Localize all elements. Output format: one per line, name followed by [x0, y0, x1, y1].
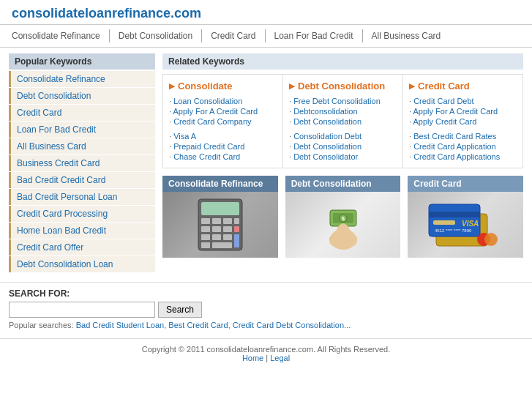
kw-link-1-2[interactable]: Debt Consolidation — [289, 116, 397, 127]
svg-rect-12 — [223, 234, 232, 240]
svg-rect-28 — [429, 212, 480, 217]
keyword-col-consolidate: Consolidate Loan Consolidation Apply For… — [163, 75, 283, 168]
svg-rect-7 — [212, 226, 221, 232]
search-button[interactable]: Search — [158, 302, 202, 318]
footer-links: Home | Legal — [6, 354, 526, 362]
kw-link-1-0[interactable]: Free Debt Consolidation — [289, 96, 397, 106]
svg-rect-10 — [201, 234, 210, 240]
nav-item-credit[interactable]: Credit Card — [202, 29, 265, 42]
svg-rect-2 — [201, 218, 210, 224]
image-card-title-1: Debt Consolidation — [285, 176, 401, 192]
sidebar-item-11[interactable]: Debt Consolidation Loan — [9, 256, 155, 272]
sidebar-item-7[interactable]: Bad Credit Personal Loan — [9, 189, 155, 205]
footer-copyright: Copyright © 2011 consolidateloanrefinanc… — [6, 345, 526, 354]
site-header: consolidateloanrefinance.com — [0, 0, 532, 24]
svg-rect-1 — [201, 202, 239, 215]
content-area: Related Keywords Consolidate Loan Consol… — [162, 53, 523, 273]
money-image: $ — [285, 192, 401, 258]
popular-search-1[interactable]: Best Credit Card — [168, 321, 228, 329]
popular-search-2[interactable]: Credit Card Debt Consolidation... — [233, 321, 351, 329]
nav-item-loan[interactable]: Loan For Bad Credit — [266, 29, 363, 42]
top-nav: Consolidate Refinance Debt Consolidation… — [0, 24, 532, 48]
svg-rect-29 — [433, 220, 455, 225]
kw-link-0-3[interactable]: Visa A — [169, 131, 277, 141]
nav-item-consolidate[interactable]: Consolidate Refinance — [12, 29, 110, 42]
keyword-col-creditcard: Credit Card Credit Card Debt Apply For A… — [403, 75, 522, 168]
kw-link-1-4[interactable]: Debt Consolidation — [289, 141, 397, 152]
popular-search-0[interactable]: Bad Credit Student Loan — [76, 321, 164, 329]
nav-item-debt[interactable]: Debt Consolidation — [110, 29, 202, 42]
svg-rect-15 — [212, 242, 232, 248]
sidebar-item-3[interactable]: Loan For Bad Credit — [9, 122, 155, 138]
svg-rect-8 — [223, 226, 232, 232]
popular-searches: Popular searches: Bad Credit Student Loa… — [9, 321, 523, 329]
related-keywords-title: Related Keywords — [162, 53, 523, 70]
footer: Copyright © 2011 consolidateloanrefinanc… — [0, 338, 532, 368]
svg-rect-6 — [201, 226, 210, 232]
sidebar-item-8[interactable]: Credit Card Processing — [9, 206, 155, 222]
kw-link-1-5[interactable]: Debt Consolidator — [289, 152, 397, 162]
sidebar-item-6[interactable]: Bad Credit Credit Card — [9, 172, 155, 188]
kw-link-0-1[interactable]: Apply For A Credit Card — [169, 106, 277, 116]
image-card-debt[interactable]: Debt Consolidation $ — [285, 176, 401, 258]
svg-rect-9 — [234, 226, 239, 232]
sidebar-item-4[interactable]: All Business Card — [9, 138, 155, 154]
main-content: Popular Keywords Consolidate Refinance D… — [0, 48, 532, 279]
svg-rect-14 — [201, 242, 210, 248]
col-title-credit[interactable]: Credit Card — [409, 81, 517, 92]
image-card-title-0: Consolidate Refinance — [162, 176, 278, 192]
svg-rect-3 — [212, 218, 221, 224]
image-card-consolidate[interactable]: Consolidate Refinance — [162, 176, 278, 258]
kw-link-0-5[interactable]: Chase Credit Card — [169, 152, 277, 162]
kw-link-2-3[interactable]: Best Credit Card Rates — [409, 131, 517, 141]
sidebar-title: Popular Keywords — [9, 53, 155, 70]
svg-rect-5 — [234, 218, 239, 224]
svg-rect-11 — [212, 234, 221, 240]
sidebar-item-2[interactable]: Credit Card — [9, 105, 155, 121]
kw-link-2-5[interactable]: Credit Card Applications — [409, 152, 517, 162]
svg-rect-4 — [223, 218, 232, 224]
sidebar-item-10[interactable]: Credit Card Offer — [9, 239, 155, 256]
sidebar-item-1[interactable]: Debt Consolidation — [9, 88, 155, 104]
keyword-col-debt: Debt Consolidation Free Debt Consolidati… — [283, 75, 403, 168]
creditcard-image: 4512 **** **** 7890 VISA — [408, 192, 523, 258]
kw-link-0-4[interactable]: Prepaid Credit Card — [169, 141, 277, 152]
col-title-debt[interactable]: Debt Consolidation — [289, 81, 397, 92]
footer-link-legal[interactable]: Legal — [270, 354, 290, 362]
svg-point-33 — [484, 233, 498, 246]
sidebar-item-5[interactable]: Business Credit Card — [9, 155, 155, 171]
footer-link-home[interactable]: Home — [242, 354, 263, 362]
svg-text:VISA: VISA — [462, 220, 479, 228]
image-card-credit[interactable]: Credit Card 4512 **** **** 7890 VISA — [408, 176, 523, 258]
sidebar-item-9[interactable]: Home Loan Bad Credit — [9, 223, 155, 239]
kw-link-2-0[interactable]: Credit Card Debt — [409, 96, 517, 106]
site-logo[interactable]: consolidateloanrefinance.com — [12, 6, 201, 20]
kw-link-2-1[interactable]: Apply For A Credit Card — [409, 106, 517, 116]
kw-link-0-2[interactable]: Credit Card Company — [169, 116, 277, 127]
sidebar-item-0[interactable]: Consolidate Refinance — [9, 71, 155, 87]
svg-text:4512 **** **** 7890: 4512 **** **** 7890 — [435, 228, 472, 233]
calculator-image — [162, 192, 278, 258]
nav-item-business[interactable]: All Business Card — [363, 29, 450, 42]
svg-text:$: $ — [342, 216, 345, 222]
search-section: SEARCH FOR: Search Popular searches: Bad… — [0, 282, 532, 335]
col-title-consolidate[interactable]: Consolidate — [169, 81, 277, 92]
search-row: Search — [9, 302, 523, 318]
sidebar: Popular Keywords Consolidate Refinance D… — [9, 53, 155, 273]
kw-link-1-3[interactable]: Consolidation Debt — [289, 131, 397, 141]
image-cards-row: Consolidate Refinance — [162, 176, 523, 258]
image-card-title-2: Credit Card — [408, 176, 523, 192]
kw-link-1-1[interactable]: Debtconsolidation — [289, 106, 397, 116]
search-label: SEARCH FOR: — [9, 288, 523, 299]
kw-link-2-4[interactable]: Credit Card Application — [409, 141, 517, 152]
kw-link-0-0[interactable]: Loan Consolidation — [169, 96, 277, 106]
kw-link-2-2[interactable]: Apply Credit Card — [409, 116, 517, 127]
search-input[interactable] — [9, 302, 155, 318]
keyword-columns: Consolidate Loan Consolidation Apply For… — [162, 74, 523, 168]
popular-label: Popular searches: — [9, 321, 74, 329]
svg-point-23 — [340, 239, 346, 249]
svg-rect-13 — [234, 234, 239, 247]
